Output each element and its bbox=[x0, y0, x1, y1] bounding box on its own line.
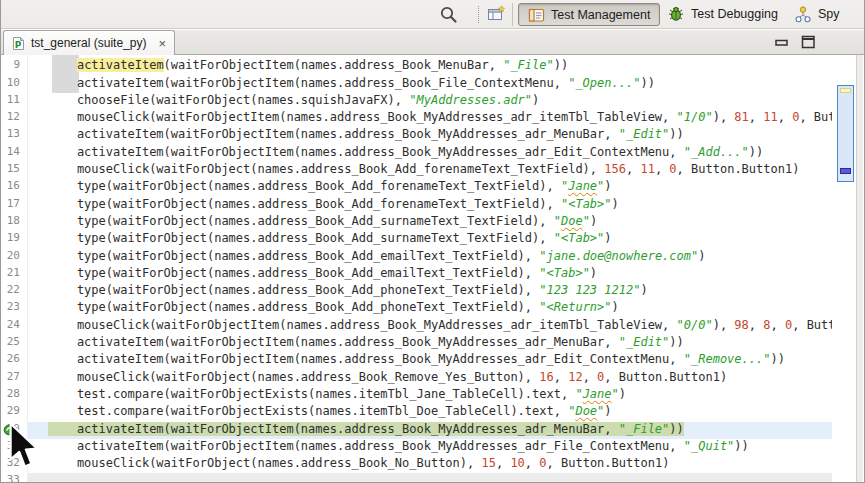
code-line[interactable]: 23 type(waitForObject(names.address_Book… bbox=[2, 300, 833, 317]
code-line[interactable]: 14 activateItem(waitForObjectItem(names.… bbox=[2, 145, 833, 162]
bug-icon bbox=[667, 5, 685, 23]
code-line[interactable]: 29 test.compare(waitForObjectExists(name… bbox=[2, 404, 833, 421]
code-text: type(waitForObject(names.address_Book_Ad… bbox=[28, 197, 833, 214]
search-icon bbox=[439, 4, 458, 24]
line-number: 32 bbox=[2, 456, 28, 473]
main-toolbar: Test Management Test Debugging bbox=[1, 0, 864, 29]
current-line-marker-stripe bbox=[840, 168, 851, 174]
line-number: 33 bbox=[2, 473, 28, 482]
close-icon[interactable]: × bbox=[158, 37, 166, 50]
maximize-view-button[interactable] bbox=[801, 35, 816, 49]
line-number: 25 bbox=[2, 335, 28, 352]
code-text: mouseClick(waitForObjectItem(names.addre… bbox=[28, 110, 833, 127]
tab-tst-general[interactable]: P tst_general (suite_py) × bbox=[3, 30, 175, 55]
perspective-button-test-debugging[interactable]: Test Debugging bbox=[667, 0, 778, 28]
code-line[interactable]: 32 mouseClick(waitForObject(names.addres… bbox=[2, 456, 833, 473]
code-line[interactable]: 33 bbox=[2, 473, 833, 482]
line-number: 18 bbox=[2, 214, 28, 231]
code-line[interactable]: 27 mouseClick(waitForObject(names.addres… bbox=[2, 370, 833, 387]
line-number: 29 bbox=[2, 404, 28, 421]
line-number: 15 bbox=[2, 162, 28, 179]
perspective-label: Test Management bbox=[551, 8, 650, 22]
code-text: activateItem(waitForObjectItem(names.add… bbox=[28, 422, 833, 439]
code-editor[interactable]: activateItem(waitForObjectItem(names.add… bbox=[2, 55, 834, 482]
test-management-icon bbox=[528, 7, 545, 23]
vertical-scrollbar[interactable] bbox=[832, 55, 863, 482]
code-line[interactable]: 15 mouseClick(waitForObject(names.addres… bbox=[2, 162, 833, 179]
code-text: type(waitForObject(names.address_Book_Ad… bbox=[28, 179, 833, 196]
line-number: 17 bbox=[2, 197, 28, 214]
code-text: activateItem(waitForObjectItem(names.add… bbox=[28, 127, 833, 144]
line-number: 23 bbox=[2, 300, 28, 317]
perspective-button-spy[interactable]: Spy bbox=[794, 0, 840, 28]
code-text: chooseFile(waitForObject(names.squishJav… bbox=[28, 93, 833, 110]
code-line[interactable]: 17 type(waitForObject(names.address_Book… bbox=[2, 197, 833, 214]
code-text bbox=[28, 473, 833, 482]
code-line[interactable]: 19 type(waitForObject(names.address_Book… bbox=[2, 231, 833, 248]
code-line[interactable]: 24 mouseClick(waitForObjectItem(names.ad… bbox=[2, 318, 833, 335]
perspective-label: Test Debugging bbox=[691, 7, 778, 21]
code-text: activateItem(waitForObjectItem(names.add… bbox=[28, 335, 833, 352]
spy-hierarchy-icon bbox=[794, 6, 812, 23]
line-number: 31 bbox=[2, 439, 28, 456]
line-number: 14 bbox=[2, 145, 28, 162]
code-text: type(waitForObject(names.address_Book_Ad… bbox=[28, 266, 833, 283]
python-file-icon: P bbox=[12, 36, 25, 51]
line-number: 20 bbox=[2, 249, 28, 266]
code-line[interactable]: 13 activateItem(waitForObjectItem(names.… bbox=[2, 127, 833, 144]
perspective-button-test-management[interactable]: Test Management bbox=[518, 3, 660, 26]
open-perspective-button[interactable] bbox=[487, 0, 506, 28]
code-text: mouseClick(waitForObject(names.address_B… bbox=[28, 370, 833, 387]
code-text: type(waitForObject(names.address_Book_Ad… bbox=[28, 283, 833, 300]
code-text: mouseClick(waitForObject(names.address_B… bbox=[28, 456, 833, 473]
toolbar-separator bbox=[512, 3, 513, 26]
line-number: 11 bbox=[2, 93, 28, 110]
line-number: 13 bbox=[2, 127, 28, 144]
line-number: 22 bbox=[2, 283, 28, 300]
squish-ide-window: Test Management Test Debugging bbox=[0, 0, 865, 483]
code-line[interactable]: 26 activateItem(waitForObjectItem(names.… bbox=[2, 352, 833, 369]
search-button[interactable] bbox=[439, 0, 458, 28]
code-text: activateItem(waitForObjectItem(names.add… bbox=[28, 439, 833, 456]
line-number: 24 bbox=[2, 318, 28, 335]
code-text: test.compare(waitForObjectExists(names.i… bbox=[28, 387, 833, 404]
line-number: 9 bbox=[2, 58, 28, 75]
code-text: mouseClick(waitForObjectItem(names.addre… bbox=[28, 318, 833, 335]
line-number: 21 bbox=[2, 266, 28, 283]
code-line[interactable]: 21 type(waitForObject(names.address_Book… bbox=[2, 266, 833, 283]
code-text: type(waitForObject(names.address_Book_Ad… bbox=[28, 214, 833, 231]
code-text: activateItem(waitForObjectItem(names.add… bbox=[28, 145, 833, 162]
line-number: 28 bbox=[2, 387, 28, 404]
line-number: 12 bbox=[2, 110, 28, 127]
code-line[interactable]: 31 activateItem(waitForObjectItem(names.… bbox=[2, 439, 833, 456]
code-line[interactable]: 11 chooseFile(waitForObject(names.squish… bbox=[2, 93, 833, 110]
code-line[interactable]: 16 type(waitForObject(names.address_Book… bbox=[2, 179, 833, 196]
toolbar-separator bbox=[478, 6, 479, 23]
line-number: 27 bbox=[2, 370, 28, 387]
perspective-label: Spy bbox=[818, 7, 840, 21]
code-line[interactable]: 20 type(waitForObject(names.address_Book… bbox=[2, 249, 833, 266]
code-line[interactable]: 30 activateItem(waitForObjectItem(names.… bbox=[2, 422, 833, 439]
code-line[interactable]: 9 activateItem(waitForObjectItem(names.a… bbox=[2, 58, 833, 75]
code-line[interactable]: 28 test.compare(waitForObjectExists(name… bbox=[2, 387, 833, 404]
occurrence-marker-stripe bbox=[840, 88, 851, 93]
line-number: 26 bbox=[2, 352, 28, 369]
code-text: activateItem(waitForObjectItem(names.add… bbox=[28, 352, 833, 369]
editor-rows: activateItem(waitForObjectItem(names.add… bbox=[2, 55, 833, 482]
svg-text:P: P bbox=[15, 39, 22, 49]
code-line[interactable]: 10 activateItem(waitForObjectItem(names.… bbox=[2, 76, 833, 93]
execution-point-icon bbox=[3, 424, 15, 436]
editor-tab-bar: P tst_general (suite_py) × bbox=[1, 30, 864, 55]
code-text: type(waitForObject(names.address_Book_Ad… bbox=[28, 249, 833, 266]
code-text: type(waitForObject(names.address_Book_Ad… bbox=[28, 300, 833, 317]
tab-label: tst_general (suite_py) bbox=[31, 36, 146, 50]
code-text: mouseClick(waitForObject(names.address_B… bbox=[28, 162, 833, 179]
minimize-view-button[interactable] bbox=[775, 37, 789, 48]
code-line[interactable]: 25 activateItem(waitForObjectItem(names.… bbox=[2, 335, 833, 352]
code-line[interactable]: 12 mouseClick(waitForObjectItem(names.ad… bbox=[2, 110, 833, 127]
code-text: type(waitForObject(names.address_Book_Ad… bbox=[28, 231, 833, 248]
code-line[interactable]: 22 type(waitForObject(names.address_Book… bbox=[2, 283, 833, 300]
code-line[interactable]: 18 type(waitForObject(names.address_Book… bbox=[2, 214, 833, 231]
scrollbar-thumb[interactable] bbox=[837, 85, 854, 182]
open-perspective-icon bbox=[487, 5, 506, 23]
